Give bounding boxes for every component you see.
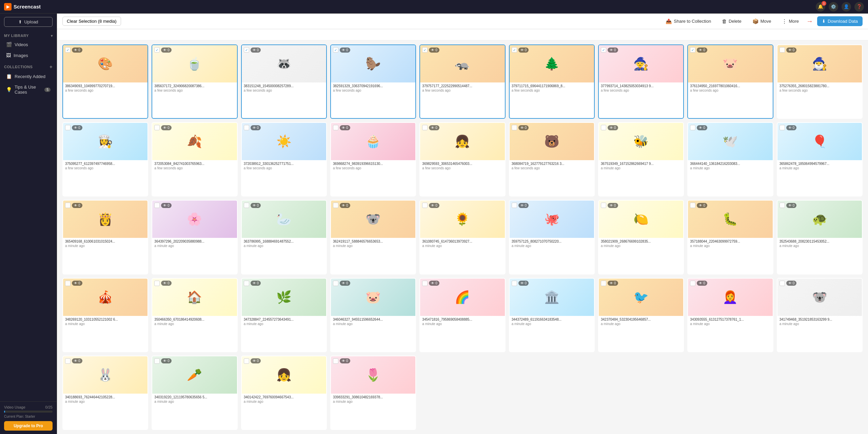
card-checkbox[interactable]: [65, 281, 71, 286]
card-checkbox[interactable]: [512, 203, 517, 208]
media-card[interactable]: 🐰 👁 0 340188693_762446442105228... a min…: [62, 356, 148, 430]
card-checkbox[interactable]: [333, 125, 338, 130]
card-checkbox[interactable]: [512, 125, 517, 130]
media-card[interactable]: 🦢 👁 0 363786995_168884691487552... a min…: [241, 200, 327, 274]
media-card[interactable]: 🦡 ✓ 👁 0 379757177_222522990514487... a f…: [419, 44, 505, 119]
media-card[interactable]: 🐝 👁 0 367519349_167152862669417 9... a m…: [598, 122, 684, 196]
sidebar-item-tips[interactable]: 💡 Tips & Use Cases 5: [2, 82, 55, 97]
upload-button[interactable]: ⬆ Upload: [4, 17, 53, 27]
move-button[interactable]: 📦 Move: [749, 17, 775, 26]
card-checkbox[interactable]: [422, 125, 428, 130]
card-checkbox[interactable]: ✓: [512, 47, 517, 53]
media-card[interactable]: 🏠 👁 0 350466350_670186414920608... a min…: [152, 278, 237, 352]
clear-selection-button[interactable]: Clear Selection (8 media): [62, 17, 121, 26]
card-checkbox[interactable]: [601, 281, 606, 286]
media-card[interactable]: ☀️ 👁 0 372038912_330136252771751... a fe…: [241, 122, 327, 196]
card-checkbox[interactable]: ✓: [601, 47, 606, 53]
media-card[interactable]: 🦝 ✓ 👁 0 383151248_154500008257289... a f…: [241, 44, 327, 119]
media-card[interactable]: 🌻 👁 0 361080745_614736013973927... a min…: [419, 200, 505, 274]
media-card[interactable]: 🧁 👁 0 369868274_983919396615130... a few…: [330, 122, 416, 196]
card-checkbox[interactable]: [65, 358, 71, 364]
card-checkbox[interactable]: [422, 203, 428, 208]
card-checkbox[interactable]: [422, 281, 428, 286]
media-card[interactable]: 🐙 👁 0 359757125_808271070750220... a min…: [509, 200, 595, 274]
media-card[interactable]: 👧 👁 0 340142422_769760094667543... a min…: [241, 356, 327, 430]
media-card[interactable]: 🦫 ✓ 👁 0 382591329_336370942191696... a f…: [330, 44, 416, 119]
card-checkbox[interactable]: [154, 203, 160, 208]
media-card[interactable]: 🐻 👁 0 368084719_162779127763216 3... a f…: [509, 122, 595, 196]
collections-section[interactable]: COLLECTIONS +: [0, 61, 57, 71]
card-checkbox[interactable]: [690, 281, 695, 286]
user-icon[interactable]: 👤: [842, 2, 851, 12]
sidebar-item-videos[interactable]: 🎬 Videos: [2, 39, 55, 50]
add-collection-icon[interactable]: +: [50, 64, 53, 70]
settings-icon[interactable]: ⚙️: [829, 2, 838, 12]
media-card[interactable]: 🕊️ 👁 0 366444140_136184216203083... a mi…: [687, 122, 773, 196]
card-checkbox[interactable]: [601, 203, 606, 208]
card-checkbox[interactable]: [780, 125, 785, 130]
app-logo[interactable]: ▶ Screencast: [4, 3, 41, 11]
media-card[interactable]: 🎈 👁 0 365862478_185064994579967... a min…: [777, 122, 863, 196]
card-checkbox[interactable]: [512, 281, 517, 286]
my-library-section[interactable]: MY LIBRARY ▾: [0, 30, 57, 39]
card-checkbox[interactable]: [333, 203, 338, 208]
upgrade-button[interactable]: Upgrade to Pro: [4, 421, 53, 431]
notification-icon[interactable]: 🔔 1: [816, 2, 825, 12]
card-checkbox[interactable]: [244, 125, 249, 130]
sidebar-item-images[interactable]: 🖼 Images: [2, 50, 55, 60]
media-card[interactable]: 👸 👁 0 365409168_610061031015024... a min…: [62, 200, 148, 274]
media-card[interactable]: 🌷 👁 0 339833291_308610482169378... a min…: [330, 356, 416, 430]
card-checkbox[interactable]: [690, 125, 695, 130]
card-checkbox[interactable]: [154, 358, 160, 364]
card-checkbox[interactable]: [244, 358, 249, 364]
media-card[interactable]: 🐛 👁 0 357188044_220463099972759... a min…: [687, 200, 773, 274]
card-checkbox[interactable]: ✓: [333, 47, 338, 53]
media-card[interactable]: 🥕 👁 0 340319220_121195780635656 5... a m…: [152, 356, 237, 430]
media-card[interactable]: 🐨 👁 0 341749468_351921853163299 9... a m…: [777, 278, 863, 352]
media-card[interactable]: 👩‍🦰 👁 0 343093555_613127517378761_1... a…: [687, 278, 773, 352]
share-to-collection-button[interactable]: 📤 Share to Collection: [662, 17, 714, 26]
media-card[interactable]: 🐢 👁 0 352543688_208230115453052... a min…: [777, 200, 863, 274]
media-card[interactable]: 🎨 ✓ 👁 0 386349093_104999770270719... a f…: [62, 44, 148, 119]
media-card[interactable]: 👩‍🍳 👁 0 375095277_612397497746958... a f…: [62, 122, 148, 196]
card-checkbox[interactable]: [244, 203, 249, 208]
delete-button[interactable]: 🗑 Delete: [718, 17, 745, 26]
download-data-button[interactable]: ⬇ Download Data: [817, 16, 863, 26]
help-icon[interactable]: ❓: [854, 2, 864, 12]
media-card[interactable]: 🍂 👁 0 372053084_842741003765963... a few…: [152, 122, 237, 196]
media-card[interactable]: 👧 👁 0 369829593_306531465476003... a few…: [419, 122, 505, 196]
media-card[interactable]: 🌿 👁 0 347328847_224557273643491... a min…: [241, 278, 327, 352]
media-card[interactable]: 🧙 ✓ 👁 0 377993714_143825053034913 9... a…: [598, 44, 684, 119]
media-card[interactable]: 🌸 👁 0 364397296_202209035880988... a min…: [152, 200, 237, 274]
card-checkbox[interactable]: [601, 125, 606, 130]
card-checkbox[interactable]: [333, 281, 338, 286]
card-checkbox[interactable]: ✓: [154, 47, 160, 53]
media-card[interactable]: 🧙‍♂️ 👁 0 375276355_268015823881780... a …: [777, 44, 863, 119]
card-checkbox[interactable]: [154, 125, 160, 130]
card-checkbox[interactable]: [780, 203, 785, 208]
card-checkbox[interactable]: ✓: [244, 47, 249, 53]
media-card[interactable]: 🌲 ✓ 👁 0 379711715_696441171906869_8... a…: [509, 44, 595, 119]
card-checkbox[interactable]: ✓: [690, 47, 695, 53]
sidebar-item-recently-added[interactable]: 📋 Recently Added: [2, 71, 55, 81]
card-checkbox[interactable]: [65, 203, 71, 208]
media-card[interactable]: 🐦 👁 0 342370484_532304195646857... a min…: [598, 278, 684, 352]
card-checkbox[interactable]: [154, 281, 160, 286]
card-checkbox[interactable]: [65, 125, 71, 130]
more-button[interactable]: ⋮ More: [778, 17, 802, 26]
card-checkbox[interactable]: [333, 358, 338, 364]
media-card[interactable]: 🏛️ 👁 0 344372489_611916634183548... a mi…: [509, 278, 595, 352]
media-card[interactable]: 🍵 ✓ 👁 0 385637172_324906820087386... a f…: [152, 44, 237, 119]
card-checkbox[interactable]: [690, 203, 695, 208]
media-card[interactable]: 🎪 👁 0 348269120_103110552121002 6... a m…: [62, 278, 148, 352]
card-checkbox[interactable]: [780, 281, 785, 286]
card-checkbox[interactable]: [780, 47, 785, 53]
media-card[interactable]: 🐷 ✓ 👁 0 376134950_216977801060416... a f…: [687, 44, 773, 119]
card-checkbox[interactable]: ✓: [65, 47, 71, 53]
media-card[interactable]: 🌈 👁 0 345471816_795869058408885... a min…: [419, 278, 505, 352]
media-card[interactable]: 🐨 👁 0 362419117_588846576653653... a min…: [330, 200, 416, 274]
media-card[interactable]: 🐷 👁 0 346046327_945511596652644... a min…: [330, 278, 416, 352]
card-checkbox[interactable]: ✓: [422, 47, 428, 53]
card-checkbox[interactable]: [244, 281, 249, 286]
media-card[interactable]: 🍋 👁 0 358021909_268676699102835... a min…: [598, 200, 684, 274]
